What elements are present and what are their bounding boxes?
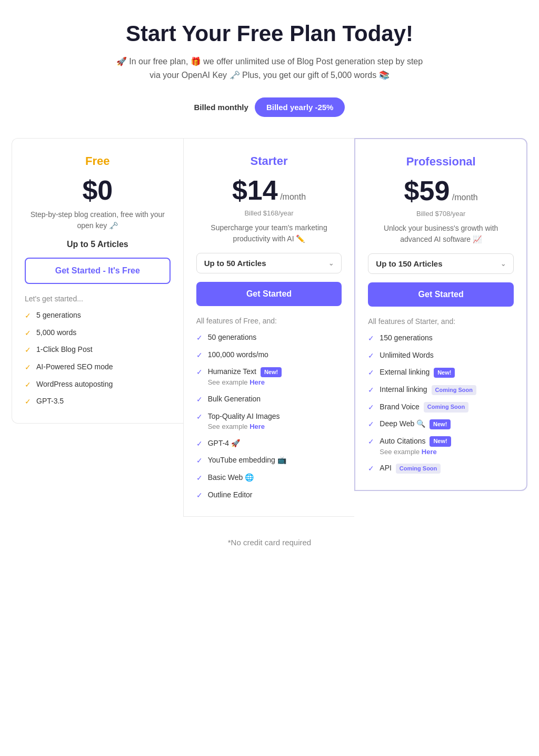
feature-pro-1: ✓ Unlimited Words (368, 350, 514, 361)
plan-name-professional: Professional (368, 155, 514, 169)
badge-soon-api: Coming Soon (396, 464, 441, 474)
check-icon-free-2: ✓ (25, 345, 31, 356)
articles-dropdown-professional[interactable]: Up to 150 Articles ⌄ (368, 253, 514, 274)
billing-monthly-label[interactable]: Billed monthly (194, 103, 248, 112)
badge-new-deepweb: New! (430, 419, 451, 429)
plan-card-professional: Professional $59 /month Billed $708/year… (354, 138, 527, 491)
feature-free-3: ✓ AI-Powered SEO mode (25, 362, 171, 373)
features-intro-free: Let's get started... (25, 294, 171, 303)
plan-billed-starter: Billed $168/year (196, 209, 342, 217)
feature-pro-4: ✓ Brand Voice Coming Soon (368, 402, 514, 413)
cta-button-professional[interactable]: Get Started (368, 282, 514, 307)
feature-starter-2: ✓ Humanize Text New! See example Here (196, 367, 342, 388)
billing-yearly-label[interactable]: Billed yearly -25% (255, 97, 345, 117)
plan-desc-starter: Supercharge your team's marketing produc… (196, 222, 342, 244)
billing-toggle: Billed monthly Billed yearly -25% (11, 97, 528, 117)
check-icon-pro-7: ✓ (368, 464, 374, 474)
plan-name-starter: Starter (196, 154, 342, 168)
plan-period-starter: /month (280, 192, 306, 201)
check-icon-free-5: ✓ (25, 397, 31, 407)
feature-list-professional: ✓ 150 generations ✓ Unlimited Words ✓ Ex… (368, 333, 514, 474)
check-icon-pro-2: ✓ (368, 368, 374, 378)
feature-free-5: ✓ GPT-3.5 (25, 396, 171, 407)
check-icon-starter-1: ✓ (196, 350, 203, 361)
plan-billed-professional: Billed $708/year (368, 210, 514, 218)
feature-list-free: ✓ 5 generations ✓ 5,000 words ✓ 1-Click … (25, 310, 171, 407)
plan-amount-professional: $59 (404, 175, 450, 206)
check-icon-starter-4: ✓ (196, 412, 203, 423)
feature-pro-3: ✓ Internal linking Coming Soon (368, 385, 514, 396)
badge-new-external: New! (434, 368, 455, 378)
feature-starter-6: ✓ YouTube embedding 📺 (196, 455, 342, 466)
plan-card-starter: Starter $14 /month Billed $168/year Supe… (183, 138, 355, 517)
feature-pro-5: ✓ Deep Web 🔍 New! (368, 419, 514, 430)
cta-button-starter[interactable]: Get Started (196, 282, 342, 306)
plan-desc-free: Step-by-step blog creation, free with yo… (25, 209, 171, 231)
check-icon-starter-5: ✓ (196, 439, 203, 449)
check-icon-starter-3: ✓ (196, 395, 203, 405)
check-icon-free-1: ✓ (25, 328, 31, 339)
features-intro-professional: All features of Starter, and: (368, 317, 514, 326)
badge-soon-brand: Coming Soon (424, 402, 469, 412)
plan-price-professional: $59 /month (368, 175, 514, 207)
plan-price-starter: $14 /month (196, 174, 342, 206)
cta-button-free[interactable]: Get Started - It's Free (25, 258, 171, 284)
feature-starter-4: ✓ Top-Quality AI Images See example Here (196, 411, 342, 432)
badge-new-citations: New! (430, 436, 451, 446)
feature-free-1: ✓ 5,000 words (25, 328, 171, 339)
feature-starter-1: ✓ 100,000 words/mo (196, 350, 342, 361)
page-wrapper: Start Your Free Plan Today! 🚀 In our fre… (11, 21, 528, 547)
page-title: Start Your Free Plan Today! (11, 21, 528, 46)
check-icon-starter-6: ✓ (196, 456, 203, 466)
feature-starter-8: ✓ Outline Editor (196, 490, 342, 501)
check-icon-starter-7: ✓ (196, 473, 203, 484)
features-intro-starter: All features of Free, and: (196, 317, 342, 325)
feature-starter-5: ✓ GPT-4 🚀 (196, 438, 342, 449)
check-icon-starter-2: ✓ (196, 367, 203, 378)
header-subtitle: 🚀 In our free plan, 🎁 we offer unlimited… (112, 55, 427, 82)
plan-amount-free: $0 (82, 175, 113, 205)
plan-name-free: Free (25, 154, 171, 168)
footer-note: *No credit card required (11, 538, 528, 547)
check-icon-starter-0: ✓ (196, 333, 203, 343)
articles-free: Up to 5 Articles (25, 240, 171, 249)
chevron-down-icon-starter: ⌄ (328, 260, 334, 267)
check-icon-pro-3: ✓ (368, 385, 374, 396)
badge-new-humanize: New! (261, 367, 282, 377)
check-icon-free-3: ✓ (25, 362, 31, 373)
feature-free-2: ✓ 1-Click Blog Post (25, 345, 171, 356)
feature-list-starter: ✓ 50 generations ✓ 100,000 words/mo ✓ Hu… (196, 332, 342, 500)
feature-free-4: ✓ WordPress autoposting (25, 379, 171, 390)
feature-free-0: ✓ 5 generations (25, 310, 171, 321)
badge-soon-internal: Coming Soon (432, 385, 477, 395)
check-icon-pro-6: ✓ (368, 437, 374, 447)
check-icon-free-0: ✓ (25, 311, 31, 321)
feature-pro-6: ✓ Auto Citations New! See example Here (368, 436, 514, 457)
feature-pro-7: ✓ API Coming Soon (368, 463, 514, 474)
feature-starter-0: ✓ 50 generations (196, 332, 342, 343)
check-icon-starter-8: ✓ (196, 490, 203, 501)
feature-pro-0: ✓ 150 generations (368, 333, 514, 344)
check-icon-pro-5: ✓ (368, 419, 374, 430)
plan-card-free: Free $0 Step-by-step blog creation, free… (12, 138, 183, 424)
plans-container: Free $0 Step-by-step blog creation, free… (12, 138, 527, 517)
check-icon-pro-0: ✓ (368, 333, 374, 344)
header: Start Your Free Plan Today! 🚀 In our fre… (11, 21, 528, 82)
feature-starter-3: ✓ Bulk Generation (196, 394, 342, 405)
plan-price-free: $0 (25, 174, 171, 206)
check-icon-pro-4: ✓ (368, 402, 374, 413)
articles-dropdown-starter[interactable]: Up to 50 Articles ⌄ (196, 253, 342, 273)
feature-pro-2: ✓ External linking New! (368, 367, 514, 378)
check-icon-free-4: ✓ (25, 380, 31, 390)
chevron-down-icon-professional: ⌄ (501, 260, 506, 268)
plan-period-professional: /month (452, 193, 478, 202)
plan-desc-professional: Unlock your business's growth with advan… (368, 223, 514, 245)
check-icon-pro-1: ✓ (368, 351, 374, 361)
plan-amount-starter: $14 (232, 175, 278, 205)
feature-starter-7: ✓ Basic Web 🌐 (196, 473, 342, 484)
